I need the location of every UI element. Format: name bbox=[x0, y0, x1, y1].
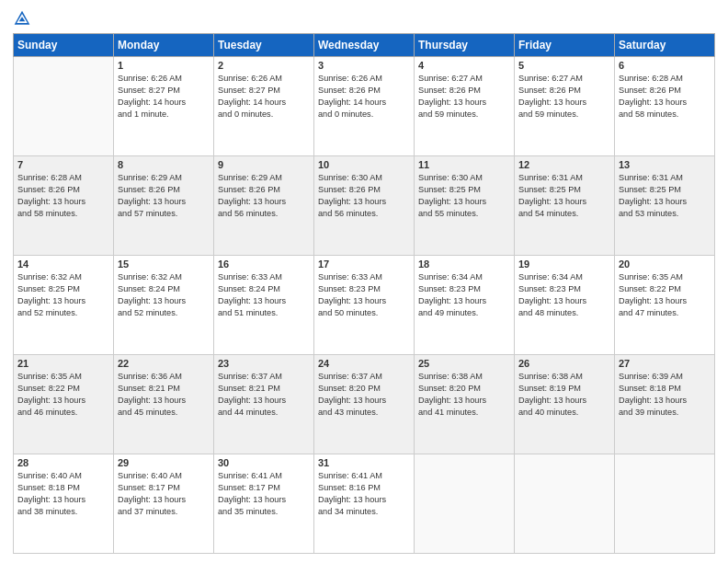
cell-info: Sunrise: 6:27 AMSunset: 8:26 PMDaylight:… bbox=[418, 73, 510, 121]
cell-info: Sunrise: 6:41 AMSunset: 8:17 PMDaylight:… bbox=[218, 470, 310, 518]
calendar-cell bbox=[515, 454, 615, 554]
col-header-tuesday: Tuesday bbox=[214, 34, 314, 57]
calendar-cell bbox=[415, 454, 515, 554]
logo-icon bbox=[13, 9, 31, 28]
cell-info: Sunrise: 6:35 AMSunset: 8:22 PMDaylight:… bbox=[17, 371, 109, 419]
day-number: 14 bbox=[17, 259, 109, 270]
calendar-cell: 24Sunrise: 6:37 AMSunset: 8:20 PMDayligh… bbox=[314, 355, 415, 454]
calendar-cell: 13Sunrise: 6:31 AMSunset: 8:25 PMDayligh… bbox=[615, 156, 715, 256]
week-row-1: 7Sunrise: 6:28 AMSunset: 8:26 PMDaylight… bbox=[14, 156, 715, 256]
day-number: 23 bbox=[218, 358, 310, 369]
cell-info: Sunrise: 6:26 AMSunset: 8:27 PMDaylight:… bbox=[118, 73, 210, 121]
calendar-cell: 27Sunrise: 6:39 AMSunset: 8:18 PMDayligh… bbox=[615, 355, 715, 454]
col-header-thursday: Thursday bbox=[415, 34, 515, 57]
cell-info: Sunrise: 6:31 AMSunset: 8:25 PMDaylight:… bbox=[518, 172, 610, 220]
cell-info: Sunrise: 6:34 AMSunset: 8:23 PMDaylight:… bbox=[418, 271, 510, 319]
day-number: 17 bbox=[318, 259, 410, 270]
cell-info: Sunrise: 6:32 AMSunset: 8:24 PMDaylight:… bbox=[118, 271, 210, 319]
cell-info: Sunrise: 6:36 AMSunset: 8:21 PMDaylight:… bbox=[118, 371, 210, 419]
cell-info: Sunrise: 6:39 AMSunset: 8:18 PMDaylight:… bbox=[619, 371, 711, 419]
calendar-cell: 29Sunrise: 6:40 AMSunset: 8:17 PMDayligh… bbox=[114, 454, 214, 554]
cell-info: Sunrise: 6:29 AMSunset: 8:26 PMDaylight:… bbox=[118, 172, 210, 220]
calendar-cell: 28Sunrise: 6:40 AMSunset: 8:18 PMDayligh… bbox=[14, 454, 114, 554]
week-row-4: 28Sunrise: 6:40 AMSunset: 8:18 PMDayligh… bbox=[14, 454, 715, 554]
cell-info: Sunrise: 6:30 AMSunset: 8:26 PMDaylight:… bbox=[318, 172, 410, 220]
day-number: 16 bbox=[218, 259, 310, 270]
calendar-cell: 6Sunrise: 6:28 AMSunset: 8:26 PMDaylight… bbox=[615, 57, 715, 156]
day-number: 15 bbox=[118, 259, 210, 270]
calendar-cell: 2Sunrise: 6:26 AMSunset: 8:27 PMDaylight… bbox=[214, 57, 314, 156]
day-number: 25 bbox=[418, 358, 510, 369]
day-number: 26 bbox=[518, 358, 610, 369]
col-header-saturday: Saturday bbox=[615, 34, 715, 57]
day-number: 22 bbox=[118, 358, 210, 369]
cell-info: Sunrise: 6:33 AMSunset: 8:23 PMDaylight:… bbox=[318, 271, 410, 319]
calendar-cell: 5Sunrise: 6:27 AMSunset: 8:26 PMDaylight… bbox=[515, 57, 615, 156]
cell-info: Sunrise: 6:37 AMSunset: 8:20 PMDaylight:… bbox=[318, 371, 410, 419]
cell-info: Sunrise: 6:29 AMSunset: 8:26 PMDaylight:… bbox=[218, 172, 310, 220]
cell-info: Sunrise: 6:26 AMSunset: 8:26 PMDaylight:… bbox=[318, 73, 410, 121]
calendar-cell: 11Sunrise: 6:30 AMSunset: 8:25 PMDayligh… bbox=[415, 156, 515, 256]
calendar-cell: 9Sunrise: 6:29 AMSunset: 8:26 PMDaylight… bbox=[214, 156, 314, 256]
day-number: 8 bbox=[118, 159, 210, 170]
calendar-cell: 18Sunrise: 6:34 AMSunset: 8:23 PMDayligh… bbox=[415, 256, 515, 355]
cell-info: Sunrise: 6:38 AMSunset: 8:19 PMDaylight:… bbox=[518, 371, 610, 419]
cell-info: Sunrise: 6:34 AMSunset: 8:23 PMDaylight:… bbox=[518, 271, 610, 319]
calendar-cell: 8Sunrise: 6:29 AMSunset: 8:26 PMDaylight… bbox=[114, 156, 214, 256]
cell-info: Sunrise: 6:28 AMSunset: 8:26 PMDaylight:… bbox=[17, 172, 109, 220]
col-header-wednesday: Wednesday bbox=[314, 34, 415, 57]
calendar-cell: 15Sunrise: 6:32 AMSunset: 8:24 PMDayligh… bbox=[114, 256, 214, 355]
calendar-cell: 30Sunrise: 6:41 AMSunset: 8:17 PMDayligh… bbox=[214, 454, 314, 554]
cell-info: Sunrise: 6:28 AMSunset: 8:26 PMDaylight:… bbox=[619, 73, 711, 121]
calendar-cell: 16Sunrise: 6:33 AMSunset: 8:24 PMDayligh… bbox=[214, 256, 314, 355]
calendar-cell: 25Sunrise: 6:38 AMSunset: 8:20 PMDayligh… bbox=[415, 355, 515, 454]
day-number: 5 bbox=[518, 60, 610, 71]
day-number: 29 bbox=[118, 457, 210, 468]
calendar-cell: 31Sunrise: 6:41 AMSunset: 8:16 PMDayligh… bbox=[314, 454, 415, 554]
day-number: 9 bbox=[218, 159, 310, 170]
day-number: 27 bbox=[619, 358, 711, 369]
calendar-cell: 4Sunrise: 6:27 AMSunset: 8:26 PMDaylight… bbox=[415, 57, 515, 156]
cell-info: Sunrise: 6:27 AMSunset: 8:26 PMDaylight:… bbox=[518, 73, 610, 121]
week-row-0: 1Sunrise: 6:26 AMSunset: 8:27 PMDaylight… bbox=[14, 57, 715, 156]
cell-info: Sunrise: 6:32 AMSunset: 8:25 PMDaylight:… bbox=[17, 271, 109, 319]
cell-info: Sunrise: 6:30 AMSunset: 8:25 PMDaylight:… bbox=[418, 172, 510, 220]
calendar-cell bbox=[14, 57, 114, 156]
col-header-sunday: Sunday bbox=[14, 34, 114, 57]
cell-info: Sunrise: 6:40 AMSunset: 8:17 PMDaylight:… bbox=[118, 470, 210, 518]
calendar-cell: 26Sunrise: 6:38 AMSunset: 8:19 PMDayligh… bbox=[515, 355, 615, 454]
day-number: 4 bbox=[418, 60, 510, 71]
cell-info: Sunrise: 6:37 AMSunset: 8:21 PMDaylight:… bbox=[218, 371, 310, 419]
header bbox=[13, 9, 715, 28]
day-number: 28 bbox=[17, 457, 109, 468]
day-number: 24 bbox=[318, 358, 410, 369]
col-header-friday: Friday bbox=[515, 34, 615, 57]
calendar-cell: 12Sunrise: 6:31 AMSunset: 8:25 PMDayligh… bbox=[515, 156, 615, 256]
page: SundayMondayTuesdayWednesdayThursdayFrid… bbox=[0, 0, 728, 563]
calendar-cell: 14Sunrise: 6:32 AMSunset: 8:25 PMDayligh… bbox=[14, 256, 114, 355]
day-number: 19 bbox=[518, 259, 610, 270]
day-number: 2 bbox=[218, 60, 310, 71]
header-row: SundayMondayTuesdayWednesdayThursdayFrid… bbox=[14, 34, 715, 57]
calendar-cell: 19Sunrise: 6:34 AMSunset: 8:23 PMDayligh… bbox=[515, 256, 615, 355]
calendar-cell: 10Sunrise: 6:30 AMSunset: 8:26 PMDayligh… bbox=[314, 156, 415, 256]
day-number: 11 bbox=[418, 159, 510, 170]
week-row-2: 14Sunrise: 6:32 AMSunset: 8:25 PMDayligh… bbox=[14, 256, 715, 355]
day-number: 3 bbox=[318, 60, 410, 71]
day-number: 1 bbox=[118, 60, 210, 71]
calendar-cell: 23Sunrise: 6:37 AMSunset: 8:21 PMDayligh… bbox=[214, 355, 314, 454]
calendar-cell: 20Sunrise: 6:35 AMSunset: 8:22 PMDayligh… bbox=[615, 256, 715, 355]
day-number: 10 bbox=[318, 159, 410, 170]
logo bbox=[13, 9, 35, 28]
calendar-cell: 3Sunrise: 6:26 AMSunset: 8:26 PMDaylight… bbox=[314, 57, 415, 156]
cell-info: Sunrise: 6:40 AMSunset: 8:18 PMDaylight:… bbox=[17, 470, 109, 518]
calendar-cell bbox=[615, 454, 715, 554]
day-number: 20 bbox=[619, 259, 711, 270]
cell-info: Sunrise: 6:31 AMSunset: 8:25 PMDaylight:… bbox=[619, 172, 711, 220]
calendar-cell: 7Sunrise: 6:28 AMSunset: 8:26 PMDaylight… bbox=[14, 156, 114, 256]
day-number: 18 bbox=[418, 259, 510, 270]
week-row-3: 21Sunrise: 6:35 AMSunset: 8:22 PMDayligh… bbox=[14, 355, 715, 454]
calendar-cell: 1Sunrise: 6:26 AMSunset: 8:27 PMDaylight… bbox=[114, 57, 214, 156]
cell-info: Sunrise: 6:38 AMSunset: 8:20 PMDaylight:… bbox=[418, 371, 510, 419]
day-number: 30 bbox=[218, 457, 310, 468]
